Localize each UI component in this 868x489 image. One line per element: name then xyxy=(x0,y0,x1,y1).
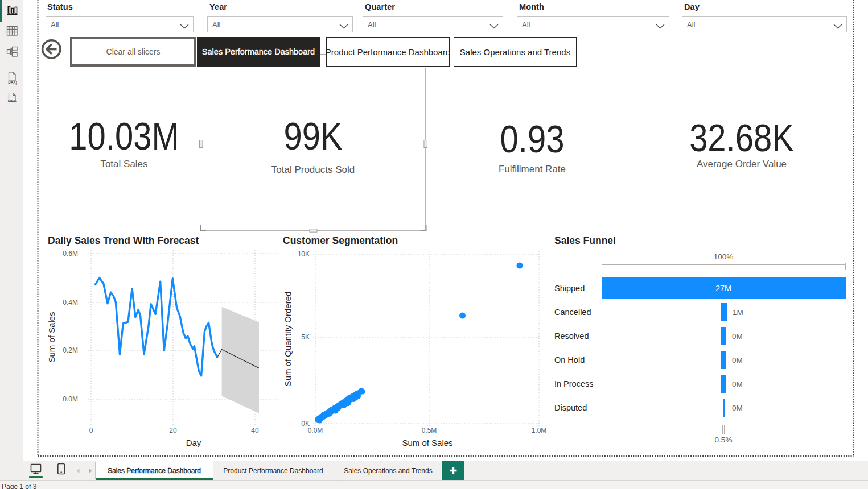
svg-text:Cancelled: Cancelled xyxy=(554,308,591,317)
svg-text:40: 40 xyxy=(251,426,259,434)
svg-text:1.0M: 1.0M xyxy=(532,426,547,434)
svg-text:10K: 10K xyxy=(298,250,310,258)
svg-text:0: 0 xyxy=(89,426,93,434)
svg-text:0M: 0M xyxy=(732,356,743,364)
svg-text:0.5%: 0.5% xyxy=(715,436,733,444)
svg-text:Resolved: Resolved xyxy=(554,331,589,341)
svg-text:0.4M: 0.4M xyxy=(63,299,78,306)
svg-text:DAX): DAX) xyxy=(8,80,17,85)
svg-text:Sum of Sales: Sum of Sales xyxy=(402,438,452,447)
svg-text:0.0M: 0.0M xyxy=(63,395,78,403)
svg-text:Sum of Quantity Ordered: Sum of Quantity Ordered xyxy=(283,292,293,387)
svg-text:Shipped: Shipped xyxy=(554,284,585,293)
svg-text:Disputed: Disputed xyxy=(554,403,587,412)
svg-text:In Process: In Process xyxy=(554,379,594,388)
svg-text:0M: 0M xyxy=(732,332,743,341)
svg-text:100%: 100% xyxy=(714,252,734,261)
svg-text:27M: 27M xyxy=(715,284,731,293)
svg-text:0.5M: 0.5M xyxy=(422,426,437,434)
svg-text:On Hold: On Hold xyxy=(554,355,585,364)
svg-text:20: 20 xyxy=(169,426,177,434)
svg-text:5K: 5K xyxy=(301,333,310,341)
svg-text:0.0M: 0.0M xyxy=(308,426,323,434)
svg-text:0.6M: 0.6M xyxy=(63,250,78,258)
svg-text:TMDL: TMDL xyxy=(7,99,17,102)
svg-text:0M: 0M xyxy=(732,380,743,388)
svg-text:Day: Day xyxy=(186,438,201,447)
svg-text:0M: 0M xyxy=(732,404,743,412)
svg-text:0.2M: 0.2M xyxy=(63,346,78,354)
svg-text:Sum of Sales: Sum of Sales xyxy=(47,312,56,362)
svg-text:1M: 1M xyxy=(733,308,743,317)
